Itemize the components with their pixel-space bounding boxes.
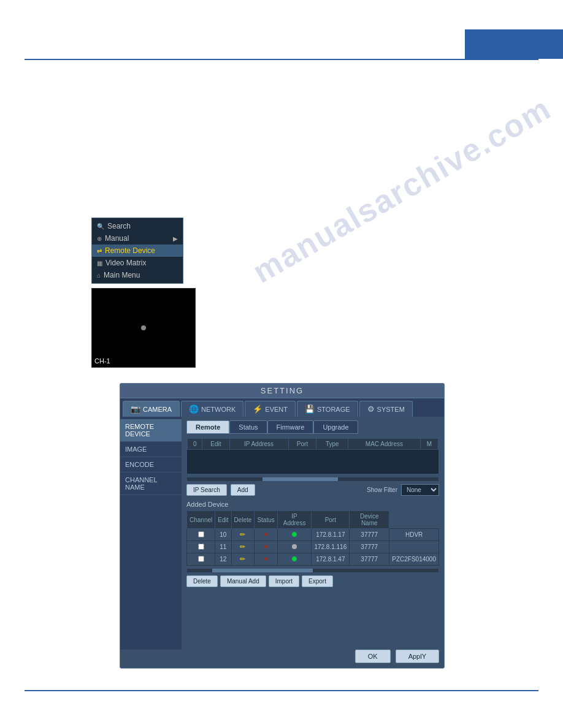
storage-tab-icon: 💾 bbox=[305, 404, 315, 414]
export-button[interactable]: Export bbox=[302, 575, 333, 587]
row-delete[interactable]: ✕ bbox=[255, 553, 277, 566]
sidebar-item-encode[interactable]: ENCODE bbox=[120, 457, 182, 472]
col-header-ip: IP Address bbox=[229, 439, 288, 450]
menu-item-manual[interactable]: ⊕ Manual ▶ bbox=[92, 232, 183, 245]
subtab-status[interactable]: Status bbox=[229, 420, 267, 434]
network-tab-icon: 🌐 bbox=[189, 404, 199, 414]
tab-camera[interactable]: 📷 CAMERA bbox=[123, 401, 180, 417]
row-edit[interactable]: ✏ bbox=[231, 541, 255, 553]
col-header-edit: Edit bbox=[202, 439, 229, 450]
add-button[interactable]: Add bbox=[231, 484, 255, 496]
delete-icon[interactable]: ✕ bbox=[263, 555, 269, 563]
main-menu-icon: ⌂ bbox=[97, 272, 101, 279]
manual-add-button[interactable]: Manual Add bbox=[220, 575, 266, 587]
added-device-title: Added Device bbox=[186, 501, 439, 508]
row-channel: 12 bbox=[215, 553, 231, 566]
sidebar-item-remote-device[interactable]: REMOTE DEVICE bbox=[120, 419, 182, 442]
filter-select[interactable]: None bbox=[401, 484, 439, 496]
watermark: manualsarchive.com bbox=[247, 89, 557, 290]
subtab-upgrade[interactable]: Upgrade bbox=[313, 420, 358, 434]
sidebar-item-channel-name[interactable]: CHANNEL NAME bbox=[120, 472, 182, 495]
row-device-name: PZC2FS014000 bbox=[389, 553, 439, 566]
col-header-type: Type bbox=[316, 439, 348, 450]
row-delete[interactable]: ✕ bbox=[255, 529, 277, 541]
header-blue-box bbox=[465, 29, 563, 59]
added-col-ip: IP Address bbox=[277, 511, 312, 529]
row-port: 37777 bbox=[350, 529, 389, 541]
col-header-port: Port bbox=[288, 439, 316, 450]
row-ip: 172.8.1.17 bbox=[312, 529, 350, 541]
added-col-status: Status bbox=[255, 511, 277, 529]
apply-button[interactable]: ApplY bbox=[396, 650, 439, 663]
col-header-0: 0 bbox=[188, 439, 202, 450]
cursor-indicator bbox=[141, 325, 146, 330]
edit-icon[interactable]: ✏ bbox=[240, 531, 245, 538]
row-edit[interactable]: ✏ bbox=[231, 553, 255, 566]
video-thumbnail: CH-1 bbox=[91, 288, 196, 368]
row-status bbox=[277, 553, 312, 566]
import-button[interactable]: Import bbox=[269, 575, 299, 587]
subtab-remote[interactable]: Remote bbox=[186, 420, 229, 434]
system-tab-icon: ⚙ bbox=[367, 404, 375, 414]
search-table-scrollbar[interactable] bbox=[186, 477, 439, 482]
menu-item-video-matrix[interactable]: ▦ Video Matrix bbox=[92, 257, 183, 269]
manual-icon: ⊕ bbox=[97, 235, 102, 242]
delete-icon[interactable]: ✕ bbox=[263, 531, 269, 538]
tab-network-label: NETWORK bbox=[201, 406, 236, 413]
scrollbar-thumb bbox=[262, 477, 338, 481]
tab-network[interactable]: 🌐 NETWORK bbox=[181, 401, 243, 417]
delete-button[interactable]: Delete bbox=[186, 575, 218, 587]
menu-item-main-menu[interactable]: ⌂ Main Menu bbox=[92, 269, 183, 281]
right-panel: Remote Status Firmware Upgrade 0 Edit IP… bbox=[182, 417, 444, 650]
added-table-scrollbar[interactable] bbox=[186, 568, 439, 573]
device-search-table: 0 Edit IP Address Port Type MAC Address … bbox=[187, 438, 439, 450]
menu-item-video-matrix-label: Video Matrix bbox=[105, 259, 146, 267]
ok-button[interactable]: OK bbox=[355, 650, 391, 663]
row-delete[interactable]: ✕ bbox=[255, 541, 277, 553]
subtab-firmware[interactable]: Firmware bbox=[267, 420, 314, 434]
delete-icon[interactable]: ✕ bbox=[263, 543, 269, 550]
setting-dialog: SETTING 📷 CAMERA 🌐 NETWORK ⚡ EVENT 💾 STO… bbox=[120, 383, 445, 669]
top-tab-bar: 📷 CAMERA 🌐 NETWORK ⚡ EVENT 💾 STORAGE ⚙ S… bbox=[120, 398, 444, 417]
tab-storage[interactable]: 💾 STORAGE bbox=[297, 401, 358, 417]
table-row: 11 ✏ ✕ 172.8.1.116 37777 bbox=[187, 541, 439, 553]
row-device-name bbox=[389, 541, 439, 553]
tab-event[interactable]: ⚡ EVENT bbox=[245, 401, 296, 417]
added-col-port: Port bbox=[312, 511, 350, 529]
added-col-edit: Edit bbox=[215, 511, 231, 529]
added-scrollbar-thumb bbox=[212, 569, 313, 572]
added-device-table: Channel Edit Delete Status IP Address Po… bbox=[186, 510, 439, 566]
event-tab-icon: ⚡ bbox=[253, 404, 262, 414]
row-edit[interactable]: ✏ bbox=[231, 529, 255, 541]
table-row: 10 ✏ ✕ 172.8.1.17 37777 HDVR bbox=[187, 529, 439, 541]
setting-title: SETTING bbox=[120, 384, 444, 398]
added-col-channel: Channel bbox=[187, 511, 215, 529]
tab-event-label: EVENT bbox=[265, 406, 288, 413]
tab-system[interactable]: ⚙ SYSTEM bbox=[359, 401, 413, 417]
row-checkbox[interactable] bbox=[187, 529, 215, 541]
remote-device-icon: ⇄ bbox=[97, 248, 102, 254]
row-channel: 10 bbox=[215, 529, 231, 541]
menu-item-search[interactable]: 🔍 Search bbox=[92, 220, 183, 232]
action-buttons: Delete Manual Add Import Export bbox=[186, 575, 439, 587]
sidebar-item-image[interactable]: IMAGE bbox=[120, 442, 182, 457]
channel-label: CH-1 bbox=[94, 357, 110, 365]
context-menu: 🔍 Search ⊕ Manual ▶ ⇄ Remote Device ▦ Vi… bbox=[91, 218, 183, 284]
row-checkbox[interactable] bbox=[187, 553, 215, 566]
row-status bbox=[277, 529, 312, 541]
row-port: 37777 bbox=[350, 541, 389, 553]
device-search-table-container: 0 Edit IP Address Port Type MAC Address … bbox=[186, 438, 439, 474]
edit-icon[interactable]: ✏ bbox=[240, 543, 245, 550]
menu-item-remote-device[interactable]: ⇄ Remote Device bbox=[92, 245, 183, 257]
col-header-mac: MAC Address bbox=[348, 439, 421, 450]
menu-item-remote-device-label: Remote Device bbox=[105, 246, 155, 255]
edit-icon[interactable]: ✏ bbox=[240, 555, 245, 563]
tab-system-label: SYSTEM bbox=[377, 406, 405, 413]
submenu-arrow-icon: ▶ bbox=[173, 235, 178, 242]
menu-item-main-menu-label: Main Menu bbox=[104, 271, 140, 279]
ip-search-button[interactable]: IP Search bbox=[186, 484, 227, 496]
added-col-delete: Delete bbox=[231, 511, 255, 529]
row-port: 37777 bbox=[350, 553, 389, 566]
row-checkbox[interactable] bbox=[187, 541, 215, 553]
camera-tab-icon: 📷 bbox=[131, 404, 140, 414]
